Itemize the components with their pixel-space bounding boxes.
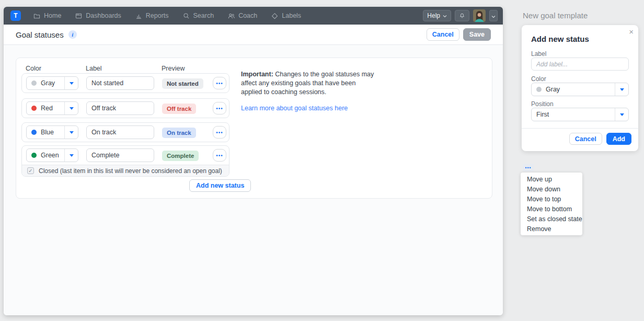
chevron-down-icon xyxy=(443,12,447,19)
menu-item-move-to-top[interactable]: Move to top xyxy=(521,194,582,204)
account-menu-button[interactable] xyxy=(489,10,498,21)
row-context-menu: Move up Move down Move to top Move to bo… xyxy=(521,173,582,235)
status-badge: On track xyxy=(162,128,196,138)
color-dot xyxy=(31,106,37,111)
row-menu-button[interactable]: ••• xyxy=(213,149,226,162)
app-logo[interactable]: T xyxy=(10,10,21,21)
page-title: Goal statuses xyxy=(16,30,64,39)
status-row: Red Off track ••• xyxy=(21,98,229,118)
app-window: T Home Dashboards Reports Search xyxy=(4,7,503,315)
notifications-button[interactable] xyxy=(455,10,469,21)
row-menu-button[interactable]: ••• xyxy=(213,126,226,139)
row-menu-trigger-button[interactable]: ••• xyxy=(523,164,534,171)
label-input[interactable] xyxy=(86,101,154,115)
help-button[interactable]: Help xyxy=(423,10,451,21)
label-input[interactable] xyxy=(86,125,154,139)
nav-right-controls: Help xyxy=(423,9,498,22)
color-dot xyxy=(31,81,37,86)
label-field-input[interactable] xyxy=(531,58,629,71)
color-dot xyxy=(31,130,37,135)
bar-chart-icon xyxy=(135,13,142,19)
label-input[interactable] xyxy=(86,76,154,90)
nav-items: Home Dashboards Reports Search Coach xyxy=(33,12,301,19)
modal-footer: Cancel Add xyxy=(569,133,631,145)
nav-item-label: Dashboards xyxy=(86,12,121,19)
color-select[interactable]: Green xyxy=(26,148,78,162)
position-field-label: Position xyxy=(531,100,554,108)
closed-note: Closed (last item in this list will neve… xyxy=(39,167,222,175)
close-icon[interactable]: × xyxy=(629,27,634,37)
nav-item-reports[interactable]: Reports xyxy=(135,12,169,19)
chevron-down-icon xyxy=(64,77,78,89)
closed-checkbox[interactable]: ✓ xyxy=(27,167,34,174)
column-header-color: Color xyxy=(26,65,41,72)
color-dot xyxy=(536,87,542,92)
status-row-closed: Green Complete ••• ✓ Closed (last item i… xyxy=(21,145,229,177)
side-panel-title: New goal template xyxy=(523,11,588,20)
chevron-down-icon xyxy=(64,102,78,114)
menu-item-set-closed-state[interactable]: Set as closed state xyxy=(521,214,582,224)
tag-icon xyxy=(271,13,278,19)
color-dot xyxy=(31,153,37,158)
chevron-down-icon xyxy=(64,126,78,139)
position-field-select[interactable]: First xyxy=(531,108,629,121)
status-row: Green Complete ••• xyxy=(22,146,229,165)
avatar[interactable] xyxy=(473,9,486,22)
label-input[interactable] xyxy=(86,148,154,162)
add-new-status-modal: × Add new status Label Color Gray Positi… xyxy=(522,25,638,151)
status-badge: Complete xyxy=(162,151,199,161)
save-button[interactable]: Save xyxy=(463,28,491,41)
search-icon xyxy=(183,13,190,19)
row-menu-button[interactable]: ••• xyxy=(213,102,226,114)
learn-more-link[interactable]: Learn more about goal statuses here xyxy=(241,105,348,112)
info-icon[interactable]: i xyxy=(68,30,77,39)
nav-item-label: Coach xyxy=(238,12,257,19)
dashboards-icon xyxy=(75,13,82,19)
people-icon xyxy=(228,13,235,19)
modal-cancel-button[interactable]: Cancel xyxy=(569,133,602,145)
status-row: Blue On track ••• xyxy=(21,122,229,142)
menu-item-move-up[interactable]: Move up xyxy=(521,174,582,184)
modal-title: Add new status xyxy=(531,35,589,43)
add-new-status-button[interactable]: Add new status xyxy=(189,179,251,192)
row-menu-button[interactable]: ••• xyxy=(213,77,226,89)
nav-item-labels[interactable]: Labels xyxy=(271,12,301,19)
color-select-value: Red xyxy=(41,105,64,112)
position-select-value: First xyxy=(536,111,615,118)
status-badge: Not started xyxy=(162,78,203,89)
menu-item-remove[interactable]: Remove xyxy=(521,224,582,234)
top-nav: T Home Dashboards Reports Search xyxy=(4,7,503,25)
chevron-down-icon xyxy=(64,149,78,162)
color-field-select[interactable]: Gray xyxy=(531,83,629,96)
column-header-label: Label xyxy=(86,65,102,72)
menu-item-move-down[interactable]: Move down xyxy=(521,184,582,194)
chevron-down-icon xyxy=(615,83,628,96)
menu-item-move-to-bottom[interactable]: Move to bottom xyxy=(521,204,582,214)
color-select[interactable]: Gray xyxy=(26,76,78,90)
color-select[interactable]: Blue xyxy=(26,125,78,139)
nav-item-search[interactable]: Search xyxy=(183,12,214,19)
nav-item-home[interactable]: Home xyxy=(33,12,61,19)
goal-statuses-card: Color Label Preview Gray Not started ••• xyxy=(16,58,492,199)
status-row: Gray Not started ••• xyxy=(21,73,229,93)
modal-add-button[interactable]: Add xyxy=(606,133,631,145)
nav-item-coach[interactable]: Coach xyxy=(228,12,257,19)
color-select-value: Gray xyxy=(546,86,615,93)
nav-item-label: Home xyxy=(44,12,61,19)
nav-item-label: Labels xyxy=(282,12,301,19)
cancel-button[interactable]: Cancel xyxy=(427,28,459,41)
important-notice: Important: Changes to the goal statuses … xyxy=(241,70,378,97)
folder-icon xyxy=(33,13,40,19)
modal-divider xyxy=(522,128,638,129)
nav-item-label: Search xyxy=(193,12,214,19)
help-button-label: Help xyxy=(427,12,440,19)
nav-item-dashboards[interactable]: Dashboards xyxy=(75,12,121,19)
header-actions: Cancel Save xyxy=(427,28,491,41)
color-select-value: Green xyxy=(41,152,64,159)
important-notice-lead: Important: xyxy=(241,71,273,78)
chevron-down-icon xyxy=(615,108,628,121)
color-select-value: Blue xyxy=(41,129,64,136)
color-select[interactable]: Red xyxy=(26,101,78,115)
screen: T Home Dashboards Reports Search xyxy=(0,0,644,321)
page-header: Goal statuses i Cancel Save xyxy=(4,25,503,45)
